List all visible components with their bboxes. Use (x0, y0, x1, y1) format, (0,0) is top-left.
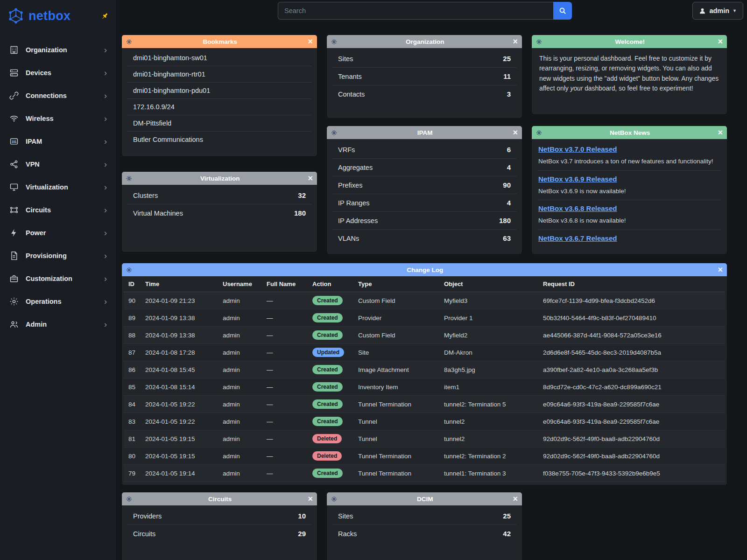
changelog-request-id-link[interactable]: a390fbef-2a82-4e10-aa0a-3c268aa5ef3b (538, 361, 725, 378)
bookmark-item[interactable]: DM-Pittsfield (127, 115, 311, 131)
stat-value[interactable]: 42 (503, 530, 511, 538)
search-button[interactable] (553, 2, 572, 20)
changelog-time-link[interactable]: 2024-01-09 13:38 (141, 309, 218, 327)
stat-value[interactable]: 32 (298, 191, 306, 199)
bookmark-item[interactable]: Butler Communications (127, 131, 311, 147)
close-icon[interactable]: × (308, 174, 313, 182)
sidebar-item-circuits[interactable]: Circuits › (0, 198, 116, 221)
close-icon[interactable]: × (308, 495, 313, 503)
changelog-id-link[interactable]: 83 (124, 413, 141, 430)
gear-icon[interactable] (126, 267, 132, 273)
gear-icon[interactable] (126, 39, 132, 45)
changelog-request-id-link[interactable]: ae445066-387d-44f1-9084-572a05ce3e16 (538, 327, 725, 344)
sidebar-item-customization[interactable]: Customization › (0, 267, 116, 290)
news-link[interactable]: NetBox v3.7.0 Released (538, 145, 617, 153)
changelog-request-id-link[interactable]: e09c64a6-93f3-419a-8ea9-229585f7c6ae (538, 396, 725, 413)
gear-icon[interactable] (331, 130, 337, 136)
close-icon[interactable]: × (718, 266, 723, 274)
sidebar-item-wireless[interactable]: Wireless › (0, 107, 116, 130)
stat-value[interactable]: 25 (503, 55, 511, 63)
bookmark-item[interactable]: dmi01-binghamton-rtr01 (127, 66, 311, 82)
stat-value[interactable]: 25 (503, 512, 511, 520)
stat-value[interactable]: 63 (503, 234, 511, 242)
bookmark-item[interactable]: dmi01-binghamton-sw01 (127, 50, 311, 66)
sidebar-item-organization[interactable]: Organization › (0, 38, 116, 61)
stat-value[interactable]: 180 (499, 217, 511, 224)
changelog-object[interactable]: tunnel1: Termination 3 (439, 465, 538, 482)
stat-value[interactable]: 180 (294, 209, 306, 217)
bookmark-item[interactable]: 172.16.0.9/24 (127, 98, 311, 115)
news-link[interactable]: NetBox v3.6.9 Released (538, 175, 617, 183)
changelog-request-id-link[interactable]: 2d6d6e8f-5465-45dc-8ec3-2019d4087b5a (538, 344, 725, 361)
changelog-time-link[interactable]: 2024-01-05 19:15 (141, 448, 218, 465)
gear-icon[interactable] (536, 130, 542, 136)
bookmark-item[interactable]: dmi01-binghamton-pdu01 (127, 82, 311, 98)
sidebar-item-provisioning[interactable]: Provisioning › (0, 244, 116, 267)
changelog-id-link[interactable]: 80 (124, 448, 141, 465)
gear-icon[interactable] (331, 39, 337, 45)
changelog-time-link[interactable]: 2024-01-05 19:22 (141, 396, 218, 413)
changelog-object[interactable]: 8a3gh5.jpg (439, 361, 538, 378)
close-icon[interactable]: × (513, 128, 518, 137)
close-icon[interactable]: × (718, 128, 723, 137)
changelog-object[interactable]: tunnel2 (439, 413, 538, 430)
sidebar-item-vpn[interactable]: VPN › (0, 153, 116, 175)
sidebar-item-devices[interactable]: Devices › (0, 61, 116, 84)
changelog-id-link[interactable]: 84 (124, 396, 141, 413)
changelog-time-link[interactable]: 2024-01-05 19:14 (141, 465, 218, 482)
gear-icon[interactable] (536, 39, 542, 45)
stat-value[interactable]: 4 (507, 163, 511, 171)
sidebar-item-power[interactable]: Power › (0, 221, 116, 244)
close-icon[interactable]: × (308, 37, 313, 46)
changelog-id-link[interactable]: 86 (124, 361, 141, 378)
close-icon[interactable]: × (513, 495, 518, 503)
changelog-object[interactable]: Myfield3 (439, 292, 538, 309)
stat-value[interactable]: 4 (507, 199, 511, 207)
gear-icon[interactable] (126, 175, 132, 182)
changelog-object[interactable]: tunnel2 (439, 430, 538, 448)
changelog-id-link[interactable]: 79 (124, 465, 141, 482)
changelog-request-id-link[interactable]: 92d02d9c-562f-49f0-baa8-adb22904760d (538, 448, 725, 465)
changelog-object[interactable]: Provider 1 (439, 309, 538, 327)
changelog-id-link[interactable]: 90 (124, 292, 141, 309)
changelog-time-link[interactable]: 2024-01-08 15:14 (141, 378, 218, 396)
changelog-id-link[interactable]: 87 (124, 344, 141, 361)
changelog-id-link[interactable]: 88 (124, 327, 141, 344)
changelog-time-link[interactable]: 2024-01-05 19:15 (141, 430, 218, 448)
search-input[interactable] (278, 2, 553, 20)
gear-icon[interactable] (331, 496, 337, 502)
changelog-request-id-link[interactable]: f038e755-705e-47f3-9433-5392b9e6b9e5 (538, 465, 725, 482)
close-icon[interactable]: × (718, 37, 723, 46)
changelog-object[interactable]: item1 (439, 378, 538, 396)
sidebar-item-virtualization[interactable]: Virtualization › (0, 175, 116, 198)
sidebar-pin-icon[interactable] (101, 12, 109, 20)
changelog-object[interactable]: tunnel2: Termination 2 (439, 448, 538, 465)
changelog-time-link[interactable]: 2024-01-09 13:38 (141, 327, 218, 344)
sidebar-item-operations[interactable]: Operations › (0, 290, 116, 313)
changelog-request-id-link[interactable]: 69fce7cf-1139-4d99-bfea-f3dcbd2452d6 (538, 292, 725, 309)
user-menu-button[interactable]: admin ▼ (692, 2, 743, 20)
news-link[interactable]: NetBox v3.6.8 Released (538, 204, 617, 212)
news-link[interactable]: NetBox v3.6.7 Released (538, 234, 617, 242)
changelog-id-link[interactable]: 85 (124, 378, 141, 396)
stat-value[interactable]: 29 (298, 530, 306, 538)
changelog-request-id-link[interactable]: 8d9cd72e-cd0c-47c2-a620-dc899a690c21 (538, 378, 725, 396)
sidebar-item-ipam[interactable]: 101 IPAM › (0, 130, 116, 153)
changelog-request-id-link[interactable]: 50b32f40-5464-4f9c-b83f-0ef270489410 (538, 309, 725, 327)
changelog-time-link[interactable]: 2024-01-05 19:22 (141, 413, 218, 430)
changelog-request-id-link[interactable]: 92d02d9c-562f-49f0-baa8-adb22904760d (538, 430, 725, 448)
sidebar-item-admin[interactable]: Admin › (0, 313, 116, 336)
changelog-request-id-link[interactable]: e09c64a6-93f3-419a-8ea9-229585f7c6ae (538, 413, 725, 430)
brand[interactable]: netbox (0, 0, 116, 30)
changelog-time-link[interactable]: 2024-01-09 21:23 (141, 292, 218, 309)
stat-value[interactable]: 10 (298, 512, 306, 520)
stat-value[interactable]: 90 (503, 181, 511, 189)
changelog-object[interactable]: Myfield2 (439, 327, 538, 344)
stat-value[interactable]: 3 (507, 90, 511, 98)
changelog-time-link[interactable]: 2024-01-08 17:28 (141, 344, 218, 361)
stat-value[interactable]: 6 (507, 146, 511, 154)
changelog-time-link[interactable]: 2024-01-08 15:45 (141, 361, 218, 378)
changelog-id-link[interactable]: 89 (124, 309, 141, 327)
changelog-id-link[interactable]: 81 (124, 430, 141, 448)
gear-icon[interactable] (126, 496, 132, 502)
